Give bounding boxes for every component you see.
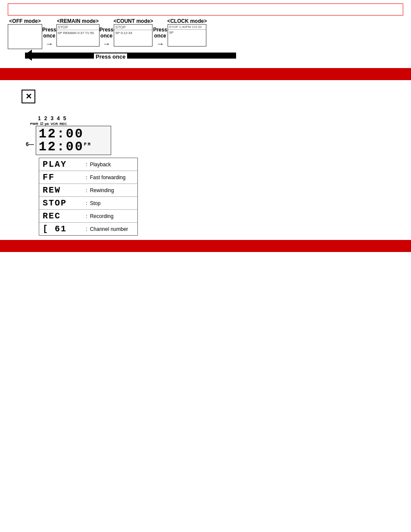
- count-mode-label: <COUNT mode>: [113, 18, 153, 24]
- press-once-3: Press once →: [153, 27, 167, 49]
- legend-symbol-rec: REC: [43, 211, 86, 221]
- legend-text-play: Playback: [90, 162, 111, 168]
- press-label-3: Press: [153, 27, 167, 33]
- count-box-bottom: SP 0:12:34: [114, 30, 152, 36]
- legend-row-rew: REW : Rewinding: [39, 184, 137, 197]
- clock-mode-box: STOP 1:40PM CH 02 SP: [168, 24, 206, 47]
- press-once-1: Press once →: [42, 27, 56, 49]
- clock-box-bottom: SP: [168, 30, 206, 35]
- legend-colon-play: :: [86, 161, 87, 168]
- clock-box-top: STOP 1:40PM CH 02: [168, 25, 206, 30]
- legend-text-ff: Fast forwarding: [90, 174, 126, 180]
- label-6: 6—: [26, 141, 34, 147]
- display-numbers-row: 1 2 3 4 5: [38, 115, 66, 121]
- remain-mode-block: <REMAIN mode> STOP SP REMAIN 0:37 T1:50: [56, 18, 100, 47]
- num-3: 3: [50, 115, 53, 121]
- checkbox-icon: ✕: [22, 90, 35, 103]
- num-2: 2: [44, 115, 47, 121]
- press-label-1: Press: [42, 27, 56, 33]
- remain-box-top: STOP: [57, 25, 99, 30]
- red-header-2: [0, 240, 411, 252]
- display-screen: 12:00 12:00PM: [36, 126, 111, 155]
- press-label-2: Press: [100, 27, 114, 33]
- section1-content: ✕: [0, 82, 411, 111]
- lbl-pwr: PWR: [30, 122, 38, 126]
- legend-symbol-ff: FF: [43, 172, 86, 182]
- remain-mode-box: STOP SP REMAIN 0:37 T1:50: [56, 24, 100, 47]
- legend-colon-rec: :: [86, 213, 87, 219]
- legend-colon-ff: :: [86, 174, 87, 180]
- legend-colon-rew: :: [86, 187, 87, 193]
- off-mode-block: <OFF mode>: [8, 18, 42, 49]
- clock-mode-block: <CLOCK mode> STOP 1:40PM CH 02 SP: [167, 18, 207, 47]
- arrow-3: →: [156, 40, 164, 49]
- num-5: 5: [63, 115, 66, 121]
- once-label-1: once: [43, 33, 55, 39]
- time-top-text: 12:00: [39, 127, 84, 141]
- legend-symbol-ch: [ 61: [43, 224, 86, 234]
- legend-symbol-play: PLAY: [43, 159, 86, 169]
- lbl-check: ☑: [40, 122, 43, 126]
- remain-mode-label: <REMAIN mode>: [57, 18, 99, 24]
- checkbox-mark: ✕: [25, 92, 32, 101]
- once-label-2: once: [100, 33, 112, 39]
- legend-row-stop: STOP : Stop: [39, 197, 137, 210]
- count-mode-box: STOP SP 0:12:34: [114, 24, 153, 47]
- lbl-vcr: VCR: [50, 122, 58, 126]
- svg-marker-2: [25, 50, 32, 61]
- clock-mode-label: <CLOCK mode>: [167, 18, 207, 24]
- count-box-top: STOP: [114, 25, 152, 30]
- press-once-back-label: Press once: [94, 53, 127, 60]
- arrow-1: →: [45, 40, 53, 49]
- legend-symbol-stop: STOP: [43, 198, 86, 208]
- off-mode-label: <OFF mode>: [9, 18, 40, 24]
- off-mode-box: [8, 24, 42, 49]
- display-labels-row: PWR ☑ pb VCR REC: [30, 122, 67, 126]
- display-left: 1 2 3 4 5 PWR ☑ pb VCR REC 6— 12:00 12:0…: [26, 115, 138, 236]
- screen-row: 6— 12:00 12:00PM: [26, 126, 111, 155]
- press-once-back-section: Press once: [8, 49, 403, 65]
- back-arrow-svg: [25, 49, 249, 65]
- num-1: 1: [38, 115, 41, 121]
- svg-rect-0: [25, 53, 236, 59]
- legend-text-rew: Rewinding: [90, 187, 114, 193]
- top-border-box: [8, 3, 403, 16]
- legend-row-ch: [ 61 : Channel number: [39, 223, 137, 235]
- arrow-2: →: [103, 40, 110, 49]
- legend-symbol-rew: REW: [43, 185, 86, 195]
- time-bottom-text: 12:00: [39, 140, 84, 154]
- press-once-2: Press once →: [100, 27, 114, 49]
- legend-row-rec: REC : Recording: [39, 210, 137, 223]
- legend-row-ff: FF : Fast forwarding: [39, 171, 137, 184]
- display-time-bottom: 12:00PM: [39, 140, 108, 153]
- pm-label: PM: [84, 142, 92, 147]
- legend-text-rec: Recording: [90, 213, 114, 219]
- red-header-1: [0, 68, 411, 80]
- lbl-pb: pb: [45, 122, 49, 126]
- once-label-3: once: [154, 33, 166, 39]
- legend-colon-stop: :: [86, 200, 87, 206]
- legend-text-stop: Stop: [90, 200, 101, 206]
- legend-text-ch: Channel number: [90, 226, 128, 232]
- legend-row-play: PLAY : Playback: [39, 158, 137, 171]
- display-time-top: 12:00: [39, 128, 108, 140]
- display-diagram: 1 2 3 4 5 PWR ☑ pb VCR REC 6— 12:00 12:0…: [26, 115, 411, 236]
- num-4: 4: [57, 115, 60, 121]
- lbl-rec: REC: [59, 122, 67, 126]
- legend-colon-ch: :: [86, 226, 87, 232]
- mode-diagram: <OFF mode> Press once → <REMAIN mode> ST…: [8, 18, 403, 49]
- display-legend-table: PLAY : Playback FF : Fast forwarding REW…: [39, 158, 138, 236]
- count-mode-block: <COUNT mode> STOP SP 0:12:34: [113, 18, 153, 47]
- remain-box-bottom: SP REMAIN 0:37 T1:50: [57, 30, 99, 36]
